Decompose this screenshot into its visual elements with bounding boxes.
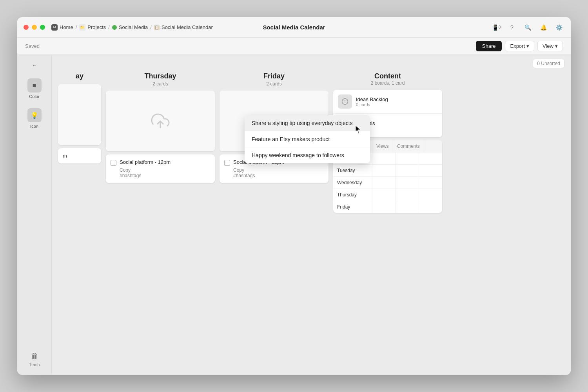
td-thursday-comments: [396, 189, 419, 201]
td-friday-views: [372, 201, 396, 213]
td-thursday-extra: [419, 189, 442, 201]
traffic-lights: [24, 25, 45, 30]
thursday-header: Thursday 2 cards: [106, 72, 215, 87]
board: 0 Unsorted ay m: [52, 55, 571, 375]
friday-checkbox[interactable]: [224, 160, 230, 166]
saved-status: Saved: [25, 43, 40, 49]
breadcrumb-sep-2: /: [108, 24, 110, 30]
help-icon[interactable]: ?: [506, 22, 517, 33]
thursday-card-copy: Copy: [111, 167, 210, 173]
breadcrumb-social-media-label: Social Media: [119, 24, 148, 30]
breadcrumb-home[interactable]: M Home: [51, 24, 73, 31]
td-wednesday-views: [372, 177, 396, 189]
breadcrumb-sep-1: /: [76, 24, 77, 30]
breadcrumb-projects[interactable]: 📁 Projects: [79, 24, 106, 31]
color-icon: ■: [27, 78, 42, 93]
sidebar-item-icon[interactable]: 💡 Icon: [24, 105, 45, 132]
table-row-thursday: Thursday: [333, 189, 442, 201]
partial-card-body: m: [58, 148, 101, 163]
thursday-count: 2 cards: [106, 81, 215, 87]
share-button[interactable]: Share: [476, 41, 502, 51]
table-row-friday: Friday: [333, 201, 442, 213]
thursday-card-1[interactable]: [106, 91, 215, 151]
content-subtitle: 2 boards, 1 card: [333, 80, 442, 86]
friday-title: Friday: [220, 72, 328, 80]
td-friday-comments: [396, 201, 419, 213]
view-button[interactable]: View ▾: [537, 41, 563, 51]
friday-card-copy: Copy: [224, 167, 324, 173]
titlebar: M Home / 📁 Projects / Social Media / 📋 S…: [17, 17, 571, 38]
ideas-backlog-info: Ideas Backlog 0 cards: [356, 96, 388, 107]
app-window: M Home / 📁 Projects / Social Media / 📋 S…: [17, 17, 571, 375]
partial-column-title: ay: [58, 72, 101, 80]
sidebar-trash-label: Trash: [29, 362, 40, 367]
titlebar-actions: 📱0 ? 🔍 🔔 ⚙️: [491, 22, 564, 33]
sidebar-back-button[interactable]: ←: [27, 60, 42, 71]
table-row-wednesday: Wednesday: [333, 177, 442, 189]
dropdown-item-2[interactable]: Feature an Etsy makers product: [245, 131, 370, 147]
export-button[interactable]: Export ▾: [505, 41, 534, 51]
partial-column: ay m: [58, 72, 101, 368]
thursday-checkbox[interactable]: [111, 160, 116, 166]
td-wednesday-extra: [419, 177, 442, 189]
breadcrumb-projects-label: Projects: [87, 24, 106, 30]
maximize-button[interactable]: [40, 25, 45, 30]
td-friday: Friday: [333, 201, 372, 213]
notification-icon[interactable]: 🔔: [538, 22, 549, 33]
sidebar-item-color[interactable]: ■ Color: [24, 75, 45, 102]
page-title: Social Media Calendar: [263, 24, 325, 31]
breadcrumb: M Home / 📁 Projects / Social Media / 📋 S…: [51, 24, 213, 31]
search-icon[interactable]: 🔍: [522, 22, 533, 33]
partial-card: [58, 84, 101, 145]
ideas-backlog-name: Ideas Backlog: [356, 96, 388, 102]
social-media-icon: [112, 25, 117, 30]
home-icon: M: [51, 24, 58, 31]
dropdown-container: Share a styling tip using everyday objec…: [245, 115, 370, 163]
partial-card-image: [58, 84, 101, 145]
breadcrumb-calendar[interactable]: 📋 Social Media Calendar: [154, 24, 213, 30]
partial-card-2: m: [58, 148, 101, 163]
toolbar: Saved Share Export ▾ View ▾: [17, 38, 571, 55]
thursday-card-image: [106, 91, 215, 151]
ideas-backlog-item[interactable]: Ideas Backlog 0 cards: [333, 90, 442, 114]
export-label: Export: [510, 43, 525, 49]
breadcrumb-sep-3: /: [150, 24, 152, 30]
close-button[interactable]: [24, 25, 29, 30]
icon-icon: 💡: [27, 108, 42, 122]
calendar-icon: 📋: [154, 25, 160, 30]
dropdown-menu: Share a styling tip using everyday objec…: [245, 115, 370, 163]
main-content: ← ■ Color 💡 Icon 🗑 Trash 0 Unsorted: [17, 55, 571, 375]
thursday-card-body: Social platform - 12pm Copy #hashtags: [106, 154, 215, 183]
td-tuesday-comments: [396, 165, 419, 176]
minimize-button[interactable]: [32, 25, 37, 30]
td-wednesday: Wednesday: [333, 177, 372, 189]
content-header: Content 2 boards, 1 card: [333, 72, 442, 86]
thursday-card-checkbox-row: Social platform - 12pm: [111, 159, 210, 166]
mobile-icon[interactable]: 📱0: [491, 22, 502, 33]
dropdown-item-3[interactable]: Happy weekend message to followers: [245, 147, 370, 163]
td-tuesday-extra: [419, 165, 442, 176]
friday-card-hashtags: #hashtags: [224, 173, 324, 178]
ideas-backlog-icon: [338, 94, 352, 109]
td-friday-extra: [419, 201, 442, 213]
breadcrumb-social-media[interactable]: Social Media: [112, 24, 148, 30]
unsorted-badge: 0 Unsorted: [533, 59, 564, 68]
thursday-card-2[interactable]: Social platform - 12pm Copy #hashtags: [106, 154, 215, 183]
settings-icon[interactable]: ⚙️: [554, 22, 564, 33]
th-views: Views: [372, 140, 393, 152]
td-tuesday: Tuesday: [333, 165, 372, 176]
td-thursday-views: [372, 189, 396, 201]
thursday-card-hashtags: #hashtags: [111, 173, 210, 178]
sidebar-icon-label: Icon: [30, 124, 38, 129]
dropdown-item-1[interactable]: Share a styling tip using everyday objec…: [245, 115, 370, 131]
ideas-backlog-count: 0 cards: [356, 102, 388, 107]
friday-header: Friday 2 cards: [220, 72, 328, 87]
td-wednesday-comments: [396, 177, 419, 189]
thursday-title: Thursday: [106, 72, 215, 80]
td-tuesday-views: [372, 165, 396, 176]
sidebar-trash[interactable]: 🗑 Trash: [26, 348, 43, 370]
projects-icon: 📁: [79, 24, 85, 31]
content-title: Content: [333, 72, 442, 80]
breadcrumb-calendar-label: Social Media Calendar: [162, 24, 213, 30]
toolbar-right: Share Export ▾ View ▾: [476, 41, 563, 51]
